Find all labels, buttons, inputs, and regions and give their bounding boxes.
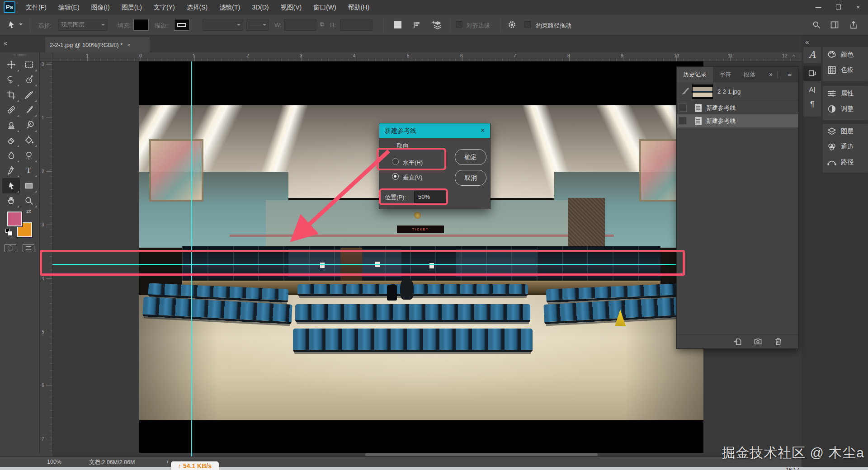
fill-swatch[interactable]	[133, 19, 149, 31]
grid-icon	[827, 65, 837, 75]
panel-grip[interactable]	[14, 54, 26, 56]
default-colors-icon[interactable]	[5, 229, 9, 233]
tool-quick-select[interactable]	[20, 72, 38, 88]
dock-panel-palette[interactable]: 颜色	[823, 47, 868, 62]
glyphs-panel-icon[interactable]: A	[803, 47, 821, 62]
align-edges-checkbox[interactable]	[456, 21, 462, 28]
panel-menu-icon[interactable]: ≡	[788, 70, 792, 78]
minimize-button[interactable]: —	[808, 0, 828, 14]
tool-lasso[interactable]	[2, 72, 20, 88]
tool-crop[interactable]	[2, 87, 20, 103]
close-button[interactable]: ×	[848, 0, 868, 14]
tool-blur[interactable]	[2, 148, 20, 163]
gear-icon[interactable]	[507, 20, 517, 29]
tool-clone-stamp[interactable]	[2, 118, 20, 133]
constrain-path-checkbox[interactable]	[524, 21, 531, 28]
share-icon[interactable]	[849, 20, 858, 29]
horizontal-ruler[interactable]: 10123456789101112	[52, 52, 802, 61]
dock-panel-halfcircle[interactable]: 调整	[823, 101, 868, 117]
tool-healing[interactable]	[2, 103, 20, 118]
tool-eyedropper[interactable]	[20, 87, 38, 103]
tool-shape[interactable]	[20, 178, 38, 193]
paragraph-panel-icon[interactable]: ¶	[803, 97, 821, 112]
workspace-icon[interactable]	[830, 20, 839, 29]
character-panel-icon[interactable]: A|	[803, 81, 821, 97]
vertical-radio-label[interactable]: 垂直(V)	[403, 174, 422, 182]
menu-item-5[interactable]: 文字(Y)	[148, 0, 181, 14]
link-dimensions-icon[interactable]: ⧉	[320, 21, 324, 28]
tool-eraser[interactable]	[2, 133, 20, 148]
history-source-well[interactable]	[679, 103, 687, 112]
trash-icon[interactable]	[774, 337, 783, 346]
panel-tab-2[interactable]: 字符	[713, 67, 737, 82]
tool-path-select[interactable]	[2, 178, 20, 193]
panel-tab-1[interactable]: 历史记录	[677, 67, 713, 82]
stroke-swatch[interactable]	[174, 19, 189, 31]
menu-item-3[interactable]: 图像(I)	[85, 0, 116, 14]
dock-panel-grid[interactable]: 色板	[823, 62, 868, 78]
history-source-well[interactable]	[679, 117, 687, 125]
history-state-row[interactable]: 新建参考线	[677, 101, 798, 114]
tool-dodge[interactable]	[20, 148, 38, 163]
collapse-dock-icon[interactable]: «	[805, 38, 809, 46]
history-panel-footer	[677, 334, 798, 348]
dock-panel-paths[interactable]: 路径	[823, 155, 868, 170]
vertical-radio[interactable]	[392, 173, 399, 180]
restore-button[interactable]	[828, 0, 848, 14]
menu-item-6[interactable]: 选择(S)	[181, 0, 214, 14]
tool-pen[interactable]	[2, 163, 20, 179]
document-tab[interactable]: 2-2-1.jpg @ 100%(RGB/8) * ×	[45, 37, 150, 52]
close-tab-icon[interactable]: ×	[127, 42, 131, 48]
history-state-row[interactable]: 新建参考线	[677, 114, 798, 127]
ok-button[interactable]: 确定	[455, 149, 486, 165]
screen-mode-button[interactable]	[23, 244, 34, 252]
tool-history-brush[interactable]	[20, 118, 38, 133]
menu-item-8[interactable]: 3D(D)	[246, 0, 274, 14]
dock-panel-channels[interactable]: 通道	[823, 139, 868, 155]
menu-item-1[interactable]: 文件(F)	[20, 0, 52, 14]
quick-mask-button[interactable]	[5, 244, 16, 252]
scrollbar-up-arrow[interactable]: ^	[793, 54, 795, 59]
tool-preset-caret[interactable]	[19, 24, 23, 27]
menu-item-9[interactable]: 视图(V)	[274, 0, 307, 14]
panel-tab-3[interactable]: 段落	[737, 67, 762, 82]
height-input[interactable]	[340, 19, 373, 31]
path-alignment-icon[interactable]	[412, 20, 421, 29]
tool-move[interactable]	[2, 57, 20, 72]
width-input[interactable]	[284, 19, 316, 31]
new-document-from-state-icon[interactable]	[733, 337, 742, 346]
menu-item-2[interactable]: 编辑(E)	[52, 0, 85, 14]
document-state-icon	[695, 104, 702, 112]
menu-item-11[interactable]: 帮助(H)	[342, 0, 375, 14]
menu-item-10[interactable]: 窗口(W)	[307, 0, 342, 14]
tool-gradient[interactable]	[20, 133, 38, 148]
stroke-width-dropdown[interactable]	[203, 19, 243, 31]
select-mode-dropdown[interactable]: 现用图层	[58, 19, 108, 31]
tool-zoom[interactable]	[20, 193, 38, 209]
history-panel-icon[interactable]	[803, 66, 821, 81]
tool-type[interactable]: T	[20, 163, 38, 179]
dock-panel-sliders[interactable]: 属性	[823, 86, 868, 101]
document-tab-title: 2-2-1.jpg @ 100%(RGB/8) *	[50, 42, 123, 48]
path-arrangement-icon[interactable]	[432, 19, 443, 30]
menu-item-7[interactable]: 滤镜(T)	[213, 0, 246, 14]
collapse-panels-icon[interactable]: «	[4, 39, 7, 47]
foreground-color-swatch[interactable]	[7, 212, 22, 226]
search-icon[interactable]	[812, 20, 821, 29]
history-snapshot-row[interactable]: 2-2-1.jpg	[677, 82, 798, 101]
dialog-title-bar[interactable]: 新建参考线 ×	[379, 123, 490, 138]
expand-panel-icon[interactable]: »	[769, 70, 773, 78]
tool-hand[interactable]	[2, 193, 20, 209]
menu-item-4[interactable]: 图层(L)	[116, 0, 148, 14]
dock-panel-layers[interactable]: 图层	[823, 124, 868, 139]
cancel-button[interactable]: 取消	[455, 170, 486, 186]
shape-mode-icon[interactable]	[394, 21, 401, 28]
stroke-type-dropdown[interactable]: ——	[246, 19, 269, 31]
tool-brush[interactable]	[20, 103, 38, 118]
dialog-close-icon[interactable]: ×	[476, 123, 490, 138]
v-ruler-number: 7	[42, 437, 44, 442]
swap-colors-icon[interactable]: ⇄	[26, 208, 31, 215]
tool-marquee[interactable]	[20, 57, 38, 72]
new-snapshot-camera-icon[interactable]	[754, 337, 762, 346]
ruler-corner[interactable]	[40, 52, 52, 61]
